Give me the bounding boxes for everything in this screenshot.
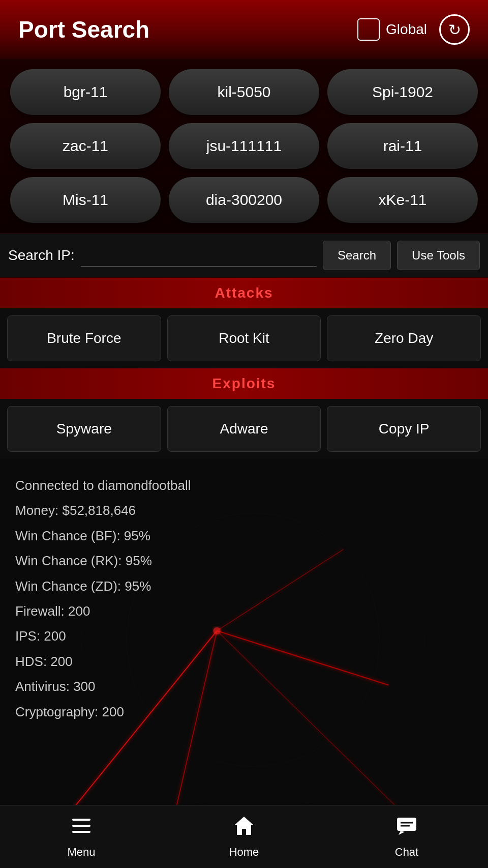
global-toggle[interactable]: Global (357, 18, 427, 41)
copy-ip-button[interactable]: Copy IP (327, 406, 481, 452)
grid-btn-kil-5050[interactable]: kil-5050 (169, 69, 319, 115)
target-grid-section: bgr-11 kil-5050 Spi-1902 zac-11 jsu-1111… (0, 59, 488, 233)
page-title: Port Search (18, 16, 149, 43)
refresh-button[interactable]: ↻ (439, 14, 470, 45)
use-tools-button[interactable]: Use Tools (397, 241, 480, 270)
svg-marker-14 (399, 831, 405, 835)
target-grid: bgr-11 kil-5050 Spi-1902 zac-11 jsu-1111… (10, 69, 478, 223)
cryptography-line: Cryptography: 200 (15, 700, 473, 725)
ips-line: IPS: 200 (15, 624, 473, 649)
grid-btn-xke-11[interactable]: xKe-11 (327, 177, 478, 223)
header-controls: Global ↻ (357, 14, 470, 45)
bottom-navigation: Menu Home Chat (0, 805, 488, 868)
grid-btn-dia-300200[interactable]: dia-300200 (169, 177, 319, 223)
menu-label: Menu (67, 846, 95, 859)
global-label: Global (386, 21, 427, 38)
info-text-block: Connected to diamondfootball Money: $52,… (15, 473, 473, 725)
grid-btn-jsu-111111[interactable]: jsu-111111 (169, 123, 319, 169)
search-button[interactable]: Search (323, 241, 391, 270)
brute-force-button[interactable]: Brute Force (7, 315, 161, 361)
hds-line: HDS: 200 (15, 649, 473, 674)
svg-rect-11 (72, 825, 90, 827)
search-row: Search IP: Search Use Tools (0, 233, 488, 278)
home-icon (233, 815, 255, 842)
menu-icon (70, 815, 93, 842)
win-rk-line: Win Chance (RK): 95% (15, 548, 473, 573)
exploits-row: Spyware Adware Copy IP (0, 399, 488, 459)
exploits-header: Exploits (0, 368, 488, 399)
toggle-checkbox[interactable] (357, 18, 380, 41)
nav-menu[interactable]: Menu (0, 815, 163, 859)
connected-line: Connected to diamondfootball (15, 473, 473, 498)
home-label: Home (229, 846, 259, 859)
win-zd-line: Win Chance (ZD): 95% (15, 574, 473, 599)
firewall-line: Firewall: 200 (15, 599, 473, 624)
grid-btn-rai-11[interactable]: rai-11 (327, 123, 478, 169)
nav-home[interactable]: Home (163, 815, 325, 859)
zero-day-button[interactable]: Zero Day (327, 315, 481, 361)
attacks-header: Attacks (0, 278, 488, 308)
attacks-row: Brute Force Root Kit Zero Day (0, 308, 488, 368)
money-line: Money: $52,818,646 (15, 498, 473, 523)
svg-rect-10 (72, 819, 90, 821)
search-ip-label: Search IP: (8, 247, 75, 264)
nav-chat[interactable]: Chat (325, 815, 488, 859)
antivirus-line: Antivirus: 300 (15, 674, 473, 699)
grid-btn-zac-11[interactable]: zac-11 (10, 123, 161, 169)
grid-btn-bgr-11[interactable]: bgr-11 (10, 69, 161, 115)
svg-rect-13 (397, 818, 416, 831)
svg-rect-12 (72, 831, 90, 833)
root-kit-button[interactable]: Root Kit (167, 315, 321, 361)
spyware-button[interactable]: Spyware (7, 406, 161, 452)
search-input[interactable] (81, 244, 317, 267)
grid-btn-mis-11[interactable]: Mis-11 (10, 177, 161, 223)
grid-btn-spi-1902[interactable]: Spi-1902 (327, 69, 478, 115)
adware-button[interactable]: Adware (167, 406, 321, 452)
chat-icon (395, 815, 418, 842)
win-bf-line: Win Chance (BF): 95% (15, 524, 473, 548)
app-header: Port Search Global ↻ (0, 0, 488, 59)
chat-label: Chat (395, 846, 418, 859)
